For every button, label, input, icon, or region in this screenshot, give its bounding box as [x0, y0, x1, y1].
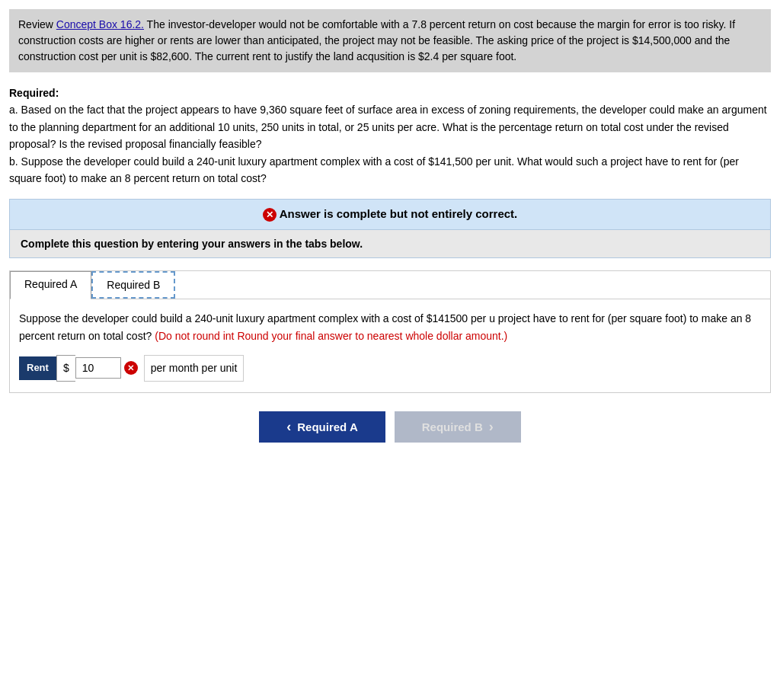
answer-status-bar: ✕Answer is complete but not entirely cor…	[9, 199, 771, 230]
tab-required-a[interactable]: Required A	[10, 271, 91, 299]
prev-button-label: Required A	[297, 420, 357, 433]
required-label: Required:	[9, 87, 59, 99]
dollar-sign: $	[56, 355, 75, 381]
intro-block: Review Concept Box 16.2. The investor-de…	[9, 9, 771, 72]
answer-status-text: Answer is complete but not entirely corr…	[280, 207, 518, 220]
rent-label: Rent	[19, 356, 56, 380]
part-b-text: b. Suppose the developer could build a 2…	[9, 153, 771, 187]
tab-instruction-main: Suppose the developer could build a 240-…	[19, 312, 751, 341]
intro-text-before: Review	[18, 18, 56, 30]
input-row: Rent $ ✕ per month per unit	[19, 355, 761, 381]
tab-required-b[interactable]: Required B	[91, 271, 175, 299]
tabs-container: Required A Required B Suppose the develo…	[9, 270, 771, 392]
next-required-b-button[interactable]: Required B	[395, 411, 521, 443]
rent-input[interactable]	[75, 357, 121, 379]
chevron-left-icon	[286, 419, 291, 435]
next-button-label: Required B	[422, 420, 483, 433]
prev-required-a-button[interactable]: Required A	[259, 411, 385, 443]
error-icon: ✕	[263, 208, 277, 222]
nav-buttons: Required A Required B	[9, 411, 771, 443]
tab-content: Suppose the developer could build a 240-…	[10, 299, 770, 392]
tab-instruction-red: (Do not round int Round your final answe…	[155, 330, 507, 342]
concept-box-link[interactable]: Concept Box 16.2.	[56, 18, 144, 30]
complete-bar-text: Complete this question by entering your …	[21, 238, 363, 250]
part-a-text: a. Based on the fact that the project ap…	[9, 101, 771, 152]
required-block: Required: a. Based on the fact that the …	[9, 85, 771, 187]
complete-bar: Complete this question by entering your …	[9, 230, 771, 258]
chevron-right-icon	[489, 419, 494, 435]
clear-button[interactable]: ✕	[124, 361, 138, 375]
tabs-row: Required A Required B	[10, 271, 770, 299]
per-month-label: per month per unit	[144, 355, 245, 381]
